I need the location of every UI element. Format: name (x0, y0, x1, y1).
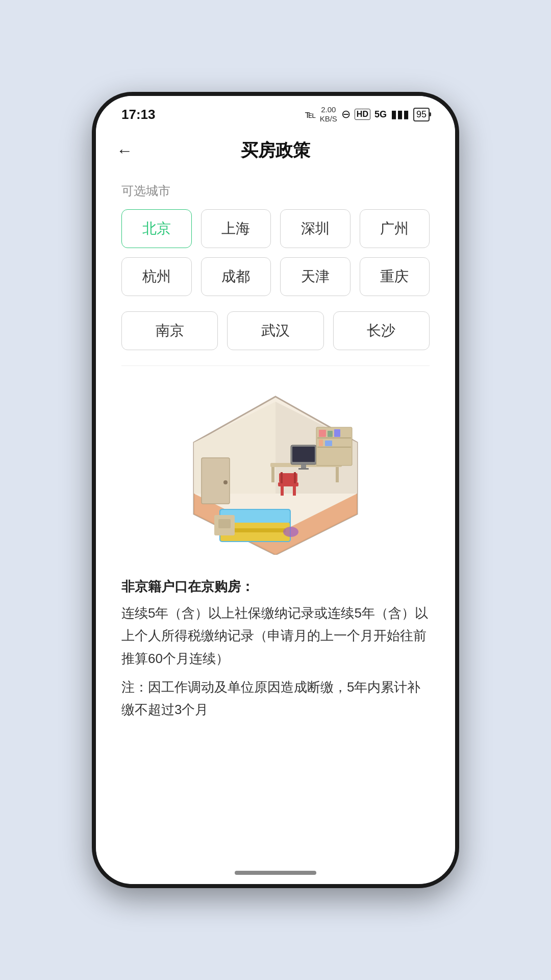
city-button-chengdu[interactable]: 成都 (201, 257, 271, 296)
5g-icon: 5G (374, 109, 387, 120)
svg-rect-17 (328, 431, 333, 437)
svg-rect-29 (281, 486, 284, 496)
section-divider (121, 365, 430, 366)
policy-text-area: 非京籍户口在京购房： 连续5年（含）以上社保缴纳记录或连续5年（含）以上个人所得… (121, 570, 430, 726)
svg-rect-32 (281, 472, 283, 483)
svg-rect-10 (301, 464, 306, 469)
policy-title: 非京籍户口在京购房： (121, 575, 430, 598)
back-button[interactable]: ← (116, 141, 133, 160)
svg-rect-27 (218, 519, 231, 528)
hd-icon: HD (355, 109, 370, 120)
svg-rect-30 (293, 486, 296, 496)
svg-rect-15 (317, 447, 351, 448)
battery-icon: 95 (413, 108, 430, 121)
svg-rect-16 (319, 430, 326, 437)
svg-rect-33 (294, 472, 296, 483)
room-illustration (121, 381, 430, 570)
city-button-hangzhou[interactable]: 杭州 (121, 257, 192, 296)
svg-rect-12 (292, 447, 315, 462)
status-bar: 17:13 ℡ 2.00 KB/S ⊖ HD 5G ▮▮▮ 95 (96, 96, 455, 129)
city-button-changsha[interactable]: 长沙 (333, 311, 430, 350)
svg-point-5 (223, 480, 228, 484)
status-icons: ℡ 2.00 KB/S ⊖ HD 5G ▮▮▮ 95 (305, 105, 430, 124)
main-content: 可选城市 北京 上海 深圳 广州 杭州 成都 天津 重庆 南京 武汉 长沙 (96, 173, 455, 797)
city-button-nanjing[interactable]: 南京 (121, 311, 218, 350)
svg-point-25 (283, 527, 298, 537)
status-time: 17:13 (121, 107, 156, 122)
city-grid-row1: 北京 上海 深圳 广州 杭州 成都 天津 重庆 (121, 209, 430, 296)
city-button-wuhan[interactable]: 武汉 (227, 311, 323, 350)
svg-rect-11 (298, 468, 309, 470)
city-button-shanghai[interactable]: 上海 (201, 209, 271, 248)
battery-level: 95 (416, 109, 427, 120)
policy-note: 注：因工作调动及单位原因造成断缴，5年内累计补缴不超过3个月 (121, 676, 430, 721)
svg-rect-18 (334, 429, 340, 437)
home-indicator (235, 871, 316, 875)
city-button-chongqing[interactable]: 重庆 (360, 257, 430, 296)
city-button-shenzhen[interactable]: 深圳 (280, 209, 350, 248)
city-grid-row3: 南京 武汉 长沙 (121, 311, 430, 350)
svg-rect-8 (336, 467, 339, 482)
city-button-guangzhou[interactable]: 广州 (360, 209, 430, 248)
policy-body: 连续5年（含）以上社保缴纳记录或连续5年（含）以上个人所得税缴纳记录（申请月的上… (121, 602, 430, 670)
svg-rect-19 (319, 439, 323, 446)
city-button-beijing[interactable]: 北京 (121, 209, 192, 248)
wifi-icon: ⊖ (341, 108, 350, 121)
kb-speed: 2.00 KB/S (320, 105, 337, 124)
signal-icon: ▮▮▮ (391, 108, 409, 121)
page-header: ← 买房政策 (96, 129, 455, 173)
page-title: 买房政策 (241, 139, 310, 162)
room-svg (189, 391, 362, 555)
bluetooth-icon: ℡ (305, 108, 316, 120)
svg-rect-14 (317, 437, 351, 438)
city-button-tianjin[interactable]: 天津 (280, 257, 350, 296)
city-section-label: 可选城市 (121, 183, 430, 199)
svg-rect-7 (271, 467, 274, 482)
svg-rect-20 (325, 440, 332, 446)
